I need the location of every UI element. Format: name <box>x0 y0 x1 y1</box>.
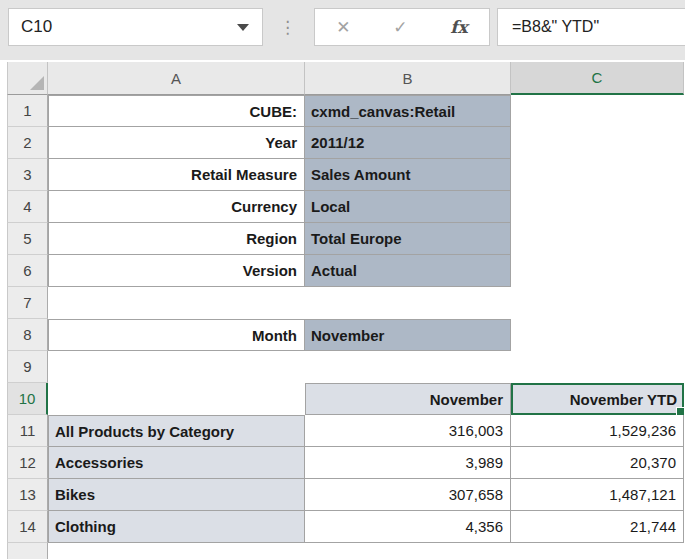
cell-B1[interactable]: cxmd_canvas:Retail <box>305 95 511 127</box>
cell-A12[interactable]: Accessories <box>48 447 305 479</box>
formula-input[interactable]: =B8&" YTD" <box>497 8 685 46</box>
cell-C2[interactable] <box>511 127 684 159</box>
cell-A3[interactable]: Retail Measure <box>48 159 305 191</box>
cell-A10[interactable] <box>48 383 305 415</box>
row-header-5[interactable]: 5 <box>7 223 48 255</box>
cell-A2[interactable]: Year <box>48 127 305 159</box>
cell-A-partial[interactable] <box>48 543 305 559</box>
cell-A7[interactable] <box>48 287 305 319</box>
cell-C13[interactable]: 1,487,121 <box>511 479 684 511</box>
cell-C-partial[interactable] <box>511 543 684 559</box>
cell-B13[interactable]: 307,658 <box>305 479 511 511</box>
name-box[interactable]: C10 <box>8 8 263 46</box>
select-all-triangle-icon <box>30 76 44 90</box>
row-header-2[interactable]: 2 <box>7 127 48 159</box>
sheet-row-8: 8MonthNovember <box>7 319 685 351</box>
sheet-row-7: 7 <box>7 287 685 319</box>
row-header-9[interactable]: 9 <box>7 351 48 383</box>
spreadsheet: ABC 1CUBE:cxmd_canvas:Retail2Year2011/12… <box>0 60 685 559</box>
name-box-dropdown-icon[interactable] <box>237 24 249 31</box>
row-header-13[interactable]: 13 <box>7 479 48 511</box>
column-header-C[interactable]: C <box>511 62 684 95</box>
insert-function-icon[interactable]: fx <box>450 17 467 37</box>
sheet-row-5: 5RegionTotal Europe <box>7 223 685 255</box>
cell-C14[interactable]: 21,744 <box>511 511 684 543</box>
sheet-row-partial <box>7 543 685 559</box>
row-header-4[interactable]: 4 <box>7 191 48 223</box>
cell-B11[interactable]: 316,003 <box>305 415 511 447</box>
cell-C1[interactable] <box>511 95 684 127</box>
select-all-corner[interactable] <box>7 62 48 95</box>
cell-C3[interactable] <box>511 159 684 191</box>
cell-C4[interactable] <box>511 191 684 223</box>
sheet-row-6: 6VersionActual <box>7 255 685 287</box>
grid: 1CUBE:cxmd_canvas:Retail2Year2011/123Ret… <box>7 95 685 559</box>
sheet-row-1: 1CUBE:cxmd_canvas:Retail <box>7 95 685 127</box>
separator-dots-icon: ⋮ <box>279 8 296 46</box>
cell-B4[interactable]: Local <box>305 191 511 223</box>
cell-B8[interactable]: November <box>305 319 511 351</box>
cell-A11[interactable]: All Products by Category <box>48 415 305 447</box>
formula-text: =B8&" YTD" <box>512 18 599 36</box>
row-header-12[interactable]: 12 <box>7 447 48 479</box>
name-box-value: C10 <box>9 17 237 37</box>
cell-B14[interactable]: 4,356 <box>305 511 511 543</box>
row-header-14[interactable]: 14 <box>7 511 48 543</box>
cancel-icon[interactable]: ✕ <box>336 17 350 38</box>
cell-B5[interactable]: Total Europe <box>305 223 511 255</box>
column-header-B[interactable]: B <box>305 62 511 95</box>
cell-B3[interactable]: Sales Amount <box>305 159 511 191</box>
row-header-10[interactable]: 10 <box>7 383 48 415</box>
sheet-row-14: 14Clothing4,35621,744 <box>7 511 685 543</box>
row-header-7[interactable]: 7 <box>7 287 48 319</box>
cell-B9[interactable] <box>305 351 511 383</box>
cell-B6[interactable]: Actual <box>305 255 511 287</box>
enter-icon[interactable]: ✓ <box>393 17 407 38</box>
row-header-11[interactable]: 11 <box>7 415 48 447</box>
cell-C5[interactable] <box>511 223 684 255</box>
cell-B12[interactable]: 3,989 <box>305 447 511 479</box>
excel-window: C10 ⋮ ✕ ✓ fx =B8&" YTD" ABC 1CUBE:cxmd_c… <box>0 0 685 559</box>
cell-B2[interactable]: 2011/12 <box>305 127 511 159</box>
cell-B10[interactable]: November <box>305 383 511 415</box>
cell-B7[interactable] <box>305 287 511 319</box>
cell-A9[interactable] <box>48 351 305 383</box>
cell-B-partial[interactable] <box>305 543 511 559</box>
cell-C12[interactable]: 20,370 <box>511 447 684 479</box>
formula-buttons: ✕ ✓ fx <box>314 8 490 46</box>
sheet-row-12: 12Accessories3,98920,370 <box>7 447 685 479</box>
cell-C10[interactable]: November YTD <box>511 383 684 415</box>
row-header-partial[interactable] <box>7 543 48 559</box>
sheet-row-13: 13Bikes307,6581,487,121 <box>7 479 685 511</box>
cell-A4[interactable]: Currency <box>48 191 305 223</box>
cell-C7[interactable] <box>511 287 684 319</box>
row-header-6[interactable]: 6 <box>7 255 48 287</box>
cell-C8[interactable] <box>511 319 684 351</box>
cell-C11[interactable]: 1,529,236 <box>511 415 684 447</box>
cell-A5[interactable]: Region <box>48 223 305 255</box>
sheet-row-10: 10NovemberNovember YTD <box>7 383 685 415</box>
row-header-3[interactable]: 3 <box>7 159 48 191</box>
cell-C9[interactable] <box>511 351 684 383</box>
cell-A14[interactable]: Clothing <box>48 511 305 543</box>
row-header-8[interactable]: 8 <box>7 319 48 351</box>
formula-bar-row: C10 ⋮ ✕ ✓ fx =B8&" YTD" <box>0 0 685 60</box>
sheet-row-9: 9 <box>7 351 685 383</box>
row-header-1[interactable]: 1 <box>7 95 48 127</box>
cell-A8[interactable]: Month <box>48 319 305 351</box>
column-headers: ABC <box>7 62 685 95</box>
cell-A6[interactable]: Version <box>48 255 305 287</box>
sheet-row-2: 2Year2011/12 <box>7 127 685 159</box>
sheet-row-4: 4CurrencyLocal <box>7 191 685 223</box>
cell-A13[interactable]: Bikes <box>48 479 305 511</box>
sheet-row-3: 3Retail MeasureSales Amount <box>7 159 685 191</box>
cell-A1[interactable]: CUBE: <box>48 95 305 127</box>
sheet-row-11: 11All Products by Category316,0031,529,2… <box>7 415 685 447</box>
cell-C6[interactable] <box>511 255 684 287</box>
column-header-A[interactable]: A <box>48 62 305 95</box>
